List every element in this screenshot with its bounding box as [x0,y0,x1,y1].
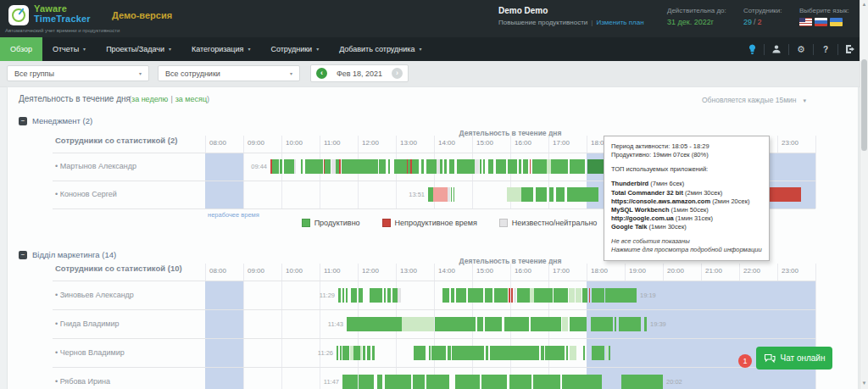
activity-segment[interactable] [490,346,540,360]
logo-line2[interactable]: TimeTracker [34,14,91,24]
activity-segment[interactable] [486,346,488,360]
activity-segment[interactable] [481,375,507,389]
activity-segment[interactable] [429,346,431,360]
activity-segment[interactable] [435,317,476,331]
user-icon[interactable] [771,43,782,55]
idea-bulb-icon[interactable] [746,43,758,55]
activity-segment[interactable] [347,317,402,331]
activity-segment[interactable] [280,159,282,174]
activity-segment[interactable] [488,159,494,174]
change-plan-link[interactable]: Изменить план [596,19,643,26]
ua-flag-icon[interactable] [830,18,843,26]
activity-segment[interactable] [569,288,575,303]
yaware-logo-icon[interactable] [8,5,29,25]
employee-name[interactable]: • Мартынов Александр [55,162,136,170]
activity-segment[interactable] [504,317,529,331]
activity-segment[interactable] [426,375,449,389]
activity-segment[interactable] [394,159,406,174]
activity-segment[interactable] [530,288,534,303]
activity-segment[interactable] [587,159,606,174]
employee-name[interactable]: • Кононов Сергей [55,190,117,198]
activity-segment[interactable] [294,159,296,174]
activity-segment[interactable] [367,346,370,360]
activity-segment[interactable] [549,187,554,202]
activity-segment[interactable] [377,375,383,389]
activity-segment[interactable] [370,288,382,303]
activity-segment[interactable] [592,288,604,303]
next-day-button[interactable]: › [392,68,403,79]
group-header-0[interactable]: −Менеджмент (2) [19,116,92,125]
scrollbar-thumb[interactable] [861,59,867,151]
vertical-scrollbar[interactable]: ▲ ▼ [860,0,868,389]
activity-segment[interactable] [534,288,553,303]
activity-segment[interactable] [545,346,565,360]
activity-segment[interactable] [644,317,647,331]
activity-segment[interactable] [615,317,616,331]
activity-segment[interactable] [468,288,483,303]
employee-name[interactable]: • Зиновьев Александр [55,291,134,299]
scroll-up-icon[interactable]: ▲ [860,2,868,7]
activity-segment[interactable] [494,288,508,303]
activity-segment[interactable] [609,346,611,360]
week-link[interactable]: за неделю [131,95,168,103]
activity-segment[interactable] [426,159,437,174]
activity-segment[interactable] [562,317,568,331]
activity-segment[interactable] [387,288,392,303]
group-header-1[interactable]: −Відділ маркетинга (14) [19,250,116,259]
activity-segment[interactable] [485,317,502,331]
activity-segment[interactable] [591,317,613,331]
activity-segment[interactable] [457,159,475,174]
activity-segment[interactable] [496,159,507,174]
activity-segment[interactable] [514,288,516,303]
nav-tab-Отчеты[interactable]: Отчеты▾ [42,37,96,61]
nav-tab-Проекты/Задачи[interactable]: Проекты/Задачи▾ [96,37,181,61]
activity-segment[interactable] [372,346,376,360]
logout-icon[interactable] [844,43,856,55]
activity-segment[interactable] [511,288,513,303]
activity-segment[interactable] [338,288,342,303]
activity-segment[interactable] [325,159,331,174]
activity-segment[interactable] [582,288,587,303]
activity-segment[interactable] [451,288,454,303]
collapse-minus-icon[interactable]: − [19,117,27,125]
employees-dropdown[interactable]: Все сотрудники ▾ [158,65,300,81]
activity-segment[interactable] [509,288,510,303]
activity-segment[interactable] [570,346,576,360]
activity-segment[interactable] [605,288,637,303]
settings-gear-icon[interactable]: ⚙ [795,43,807,55]
activity-segment[interactable] [485,288,492,303]
activity-segment[interactable] [388,159,390,174]
activity-segment[interactable] [456,288,466,303]
activity-segment[interactable] [554,288,568,303]
activity-segment[interactable] [567,187,598,202]
activity-segment[interactable] [402,317,434,331]
activity-segment[interactable] [562,375,602,389]
activity-segment[interactable] [536,187,548,202]
activity-segment[interactable] [342,288,344,303]
activity-segment[interactable] [453,187,454,202]
activity-segment[interactable] [477,317,483,331]
activity-segment[interactable] [301,159,303,174]
activity-segment[interactable] [556,187,565,202]
activity-segment[interactable] [421,159,424,174]
activity-segment[interactable] [452,346,484,360]
employee-name[interactable]: • Рябова Ирина [55,377,110,386]
us-flag-icon[interactable] [799,18,812,26]
activity-segment[interactable] [507,187,521,202]
activity-segment[interactable] [346,288,348,303]
activity-segment[interactable] [483,159,485,174]
employee-name[interactable]: • Чернов Владимир [55,348,125,357]
activity-segment[interactable] [363,346,366,360]
activity-segment[interactable] [340,346,342,360]
activity-segment[interactable] [360,346,362,360]
activity-segment[interactable] [576,288,581,303]
activity-segment[interactable] [414,346,426,360]
activity-segment[interactable] [589,288,591,303]
help-icon[interactable]: ? [820,43,832,55]
activity-segment[interactable] [619,317,641,331]
activity-segment[interactable] [413,375,425,389]
refresh-note[interactable]: Обновляется каждые 15мин▾ [702,96,806,104]
groups-dropdown[interactable]: Все группы ▾ [7,65,149,81]
activity-segment[interactable] [448,187,450,202]
prev-day-button[interactable]: ‹ [316,68,327,79]
